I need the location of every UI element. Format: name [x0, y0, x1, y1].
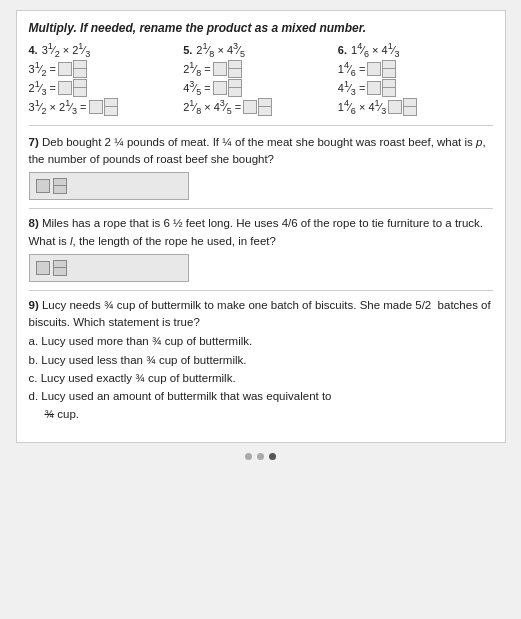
page: Multiply. If needed, rename the product …: [0, 0, 521, 619]
mc-option-c[interactable]: c. Lucy used exactly ¾ cup of buttermilk…: [29, 370, 493, 387]
problem-6-line1: 14⁄6 =: [338, 60, 489, 78]
word-problem-8-text: 8) Miles has a rope that is 6 ½ feet lon…: [29, 215, 493, 250]
answer-input-8[interactable]: [29, 254, 189, 282]
mc-option-b-text: Lucy used less than ¾ cup of buttermilk.: [41, 354, 246, 366]
problem-5-expr: 21⁄8 × 43⁄5: [196, 41, 245, 59]
problem-6-expr: 14⁄6 × 41⁄3: [351, 41, 400, 59]
problem-6: 6. 14⁄6 × 41⁄3 14⁄6 = 41⁄3 = 14⁄6 ×: [338, 41, 493, 117]
problem-6-line2: 41⁄3 =: [338, 79, 489, 97]
answer-box-4-2[interactable]: [58, 79, 87, 97]
answer-box-4-1[interactable]: [58, 60, 87, 78]
problem-5: 5. 21⁄8 × 43⁄5 21⁄8 = 43⁄5 = 21⁄8 ×: [183, 41, 338, 117]
problem-6-line3: 14⁄6 × 41⁄3: [338, 98, 489, 116]
answer-box-6-1[interactable]: [367, 60, 396, 78]
mc-option-d[interactable]: d. Lucy used an amount of buttermilk tha…: [29, 388, 493, 405]
mc-option-d-fraction-strikethrough: ¾: [45, 408, 55, 420]
answer-frac-7: [53, 178, 67, 194]
answer-box-4-3[interactable]: [89, 98, 118, 116]
mc-option-c-text: Lucy used exactly ¾ cup of buttermilk.: [41, 372, 236, 384]
mc-option-a-text: Lucy used more than ¾ cup of buttermilk.: [41, 335, 252, 347]
answer-box-5-3[interactable]: [243, 98, 272, 116]
instruction-text: Multiply. If needed, rename the product …: [29, 21, 493, 35]
mc-option-d-label: d.: [29, 390, 39, 402]
word-problem-7-text: 7) Deb bought 2 ¼ pounds of meat. If ¼ o…: [29, 134, 493, 169]
problem-6-number: 6.: [338, 44, 347, 56]
mc-problem-9-text: 9) Lucy needs ¾ cup of buttermilk to mak…: [29, 297, 493, 332]
problem-4: 4. 31⁄2 × 21⁄3 31⁄2 = 21⁄3 = 31⁄2 ×: [29, 41, 184, 117]
mc-option-a-label: a.: [29, 335, 39, 347]
answer-box-6-3[interactable]: [388, 98, 417, 116]
dot-2[interactable]: [257, 453, 264, 460]
problem-6-header: 6. 14⁄6 × 41⁄3: [338, 41, 489, 59]
mc-option-d-text: Lucy used an amount of buttermilk that w…: [41, 390, 331, 402]
problem-5-line3: 21⁄8 × 43⁄5 =: [183, 98, 334, 116]
mc-option-d-continued: ¾ cup.: [45, 406, 493, 423]
problem-5-line2: 43⁄5 =: [183, 79, 334, 97]
page-dots: [245, 453, 276, 460]
mc-option-a[interactable]: a. Lucy used more than ¾ cup of buttermi…: [29, 333, 493, 350]
answer-sq-8: [36, 261, 50, 275]
answer-input-7[interactable]: [29, 172, 189, 200]
problem-4-number: 4.: [29, 44, 38, 56]
problem-4-expr: 31⁄2 × 21⁄3: [42, 41, 91, 59]
answer-sq-7: [36, 179, 50, 193]
dot-3[interactable]: [269, 453, 276, 460]
mc-option-d-fraction-label: cup.: [57, 408, 79, 420]
mc-option-b[interactable]: b. Lucy used less than ¾ cup of buttermi…: [29, 352, 493, 369]
problem-4-line2: 21⁄3 =: [29, 79, 180, 97]
multiply-section: 4. 31⁄2 × 21⁄3 31⁄2 = 21⁄3 = 31⁄2 ×: [29, 41, 493, 126]
worksheet: Multiply. If needed, rename the product …: [16, 10, 506, 443]
dot-1[interactable]: [245, 453, 252, 460]
word-problem-8: 8) Miles has a rope that is 6 ½ feet lon…: [29, 215, 493, 291]
mc-option-b-label: b.: [29, 354, 39, 366]
mc-problem-9: 9) Lucy needs ¾ cup of buttermilk to mak…: [29, 297, 493, 424]
problem-5-number: 5.: [183, 44, 192, 56]
problem-4-line3: 31⁄2 × 21⁄3 =: [29, 98, 180, 116]
answer-box-5-2[interactable]: [213, 79, 242, 97]
answer-box-5-1[interactable]: [213, 60, 242, 78]
word-problem-7: 7) Deb bought 2 ¼ pounds of meat. If ¼ o…: [29, 134, 493, 210]
problem-4-header: 4. 31⁄2 × 21⁄3: [29, 41, 180, 59]
answer-box-6-2[interactable]: [367, 79, 396, 97]
problem-5-header: 5. 21⁄8 × 43⁄5: [183, 41, 334, 59]
problem-5-line1: 21⁄8 =: [183, 60, 334, 78]
problem-4-line1: 31⁄2 =: [29, 60, 180, 78]
mc-option-c-label: c.: [29, 372, 38, 384]
answer-frac-8: [53, 260, 67, 276]
